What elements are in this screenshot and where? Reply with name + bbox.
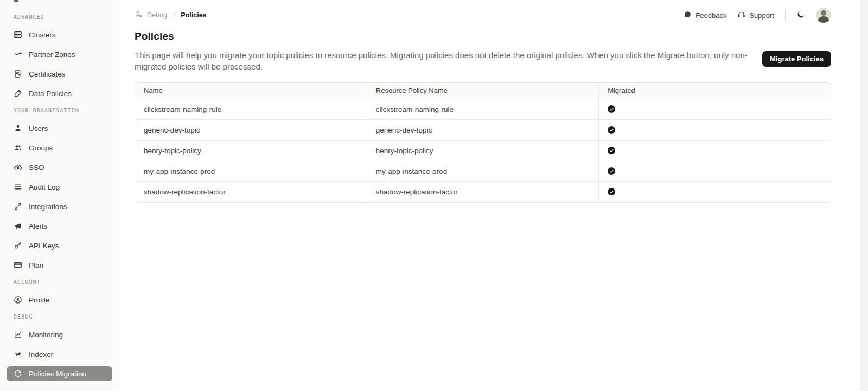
sidebar-item-audit-log[interactable]: Audit Log	[7, 179, 112, 194]
sidebar-item-label: Alerts	[29, 222, 48, 230]
users-icon	[14, 124, 22, 133]
sidebar-section-label-your-organisation: YOUR ORGANISATION	[0, 105, 119, 116]
sidebar-item-profile[interactable]: Profile	[7, 292, 112, 307]
cell-migrated	[599, 181, 831, 202]
table-row: generic-dev-topicgeneric-dev-topic	[135, 119, 831, 140]
theme-toggle-button[interactable]	[796, 10, 805, 21]
clusters-icon	[14, 30, 22, 39]
sidebar-item-alerts[interactable]: Alerts	[7, 218, 112, 234]
alerts-icon	[14, 222, 22, 230]
migrated-check-icon	[608, 105, 615, 113]
migrated-check-icon	[608, 167, 615, 175]
migrated-check-icon	[608, 188, 615, 195]
sidebar-item-label: Indexer	[29, 350, 53, 358]
table-header-row: Name Resource Policy Name Migrated	[135, 83, 831, 99]
feedback-label: Feedback	[695, 11, 726, 20]
breadcrumb-current: Policies	[181, 11, 206, 19]
sidebar-item-label: Profile	[29, 296, 49, 304]
sidebar-item-monitoring[interactable]: Monitoring	[7, 327, 112, 342]
cell-migrated	[599, 140, 831, 161]
cell-name: my-app-instance-prod	[135, 161, 367, 181]
sidebar-item-label: Certificates	[29, 70, 66, 78]
sidebar-section-label-advanced: ADVANCED	[0, 12, 119, 23]
sidebar-item-label: Groups	[29, 144, 53, 152]
table-row: shadow-replication-factorshadow-replicat…	[135, 181, 831, 202]
sidebar-item-label: Audit Log	[29, 183, 60, 191]
sidebar-item-users[interactable]: Users	[7, 121, 112, 136]
sidebar-item-label: SSO	[29, 163, 44, 172]
api-keys-icon	[14, 241, 22, 250]
clipped-sidebar-icon	[14, 0, 18, 2]
audit-log-icon	[14, 182, 22, 191]
sidebar-item-plan[interactable]: Plan	[7, 257, 112, 273]
certificates-icon	[14, 70, 22, 78]
table-row: my-app-instance-prodmy-app-instance-prod	[135, 161, 831, 181]
sidebar-section-label-account: ACCOUNT	[0, 277, 119, 288]
table-row: clickstream-naming-ruleclickstream-namin…	[135, 99, 831, 119]
column-header-name: Name	[135, 83, 367, 99]
sidebar-item-label: Monitoring	[29, 331, 63, 339]
support-label: Support	[749, 11, 774, 20]
policies-migration-icon	[14, 369, 22, 378]
sidebar-item-certificates[interactable]: Certificates	[7, 66, 112, 81]
avatar-silhouette	[821, 10, 826, 16]
sidebar-item-label: Policies Migration	[29, 370, 86, 378]
sidebar: ADVANCEDClustersPartner ZonesCertificate…	[0, 0, 119, 391]
plan-icon	[14, 261, 22, 269]
groups-icon	[14, 143, 22, 152]
sidebar-item-groups[interactable]: Groups	[7, 140, 112, 155]
sidebar-item-label: Plan	[29, 261, 43, 269]
cell-migrated	[599, 119, 831, 140]
cell-name: henry-topic-policy	[135, 140, 367, 161]
migrated-check-icon	[608, 126, 615, 134]
cell-resource-policy-name: henry-topic-policy	[367, 140, 598, 161]
feedback-bubble-icon	[684, 10, 692, 20]
cell-name: clickstream-naming-rule	[135, 99, 367, 119]
page-title: Policies	[135, 30, 831, 42]
sidebar-item-partner-zones[interactable]: Partner Zones	[7, 47, 112, 62]
scrollbar-track[interactable]	[860, 0, 868, 391]
user-avatar[interactable]	[816, 8, 831, 23]
column-header-migrated: Migrated	[599, 83, 831, 99]
sidebar-item-data-policies[interactable]: Data Policies	[7, 86, 112, 101]
sidebar-item-label: Data Policies	[29, 90, 72, 98]
sidebar-item-policies-migration[interactable]: Policies Migration	[7, 366, 112, 381]
cell-resource-policy-name: generic-dev-topic	[367, 119, 598, 140]
moon-icon	[796, 10, 805, 21]
cell-resource-policy-name: clickstream-naming-rule	[367, 99, 598, 119]
migrate-policies-button[interactable]: Migrate Policies	[762, 51, 831, 67]
partner-zones-icon	[14, 50, 22, 59]
sidebar-nav: ADVANCEDClustersPartner ZonesCertificate…	[0, 12, 119, 381]
page-description-row: This page will help you migrate your top…	[135, 49, 831, 72]
cell-name: generic-dev-topic	[135, 119, 367, 140]
breadcrumb: Debug / Policies	[135, 10, 207, 20]
user-gear-icon	[135, 10, 143, 20]
feedback-button[interactable]: Feedback	[684, 10, 726, 20]
sso-icon	[14, 163, 22, 172]
sidebar-item-sso[interactable]: SSO	[7, 160, 112, 175]
breadcrumb-parent[interactable]: Debug	[147, 11, 167, 19]
support-button[interactable]: Support	[737, 10, 774, 20]
profile-icon	[14, 295, 22, 304]
column-header-resource-policy-name: Resource Policy Name	[367, 83, 598, 99]
sidebar-item-integrations[interactable]: Integrations	[7, 199, 112, 214]
sidebar-item-label: Users	[29, 124, 48, 133]
headphones-icon	[737, 10, 745, 20]
breadcrumb-separator: /	[173, 11, 175, 19]
monitoring-icon	[14, 330, 22, 339]
topbar-divider	[785, 10, 786, 21]
integrations-icon	[14, 202, 22, 211]
policies-table: Name Resource Policy Name Migrated click…	[135, 82, 831, 203]
sidebar-item-label: Clusters	[29, 31, 56, 39]
sidebar-section-label-debug: DEBUG	[0, 312, 119, 323]
cell-migrated	[599, 161, 831, 181]
table-row: henry-topic-policyhenry-topic-policy	[135, 140, 831, 161]
cell-name: shadow-replication-factor	[135, 181, 367, 202]
data-policies-icon	[14, 89, 22, 98]
main-content: Debug / Policies Feedback	[119, 0, 868, 391]
sidebar-item-label: Partner Zones	[29, 51, 75, 59]
sidebar-item-clusters[interactable]: Clusters	[7, 27, 112, 42]
topbar: Debug / Policies Feedback	[135, 8, 831, 23]
sidebar-item-indexer[interactable]: Indexer	[7, 346, 112, 362]
sidebar-item-api-keys[interactable]: API Keys	[7, 238, 112, 253]
